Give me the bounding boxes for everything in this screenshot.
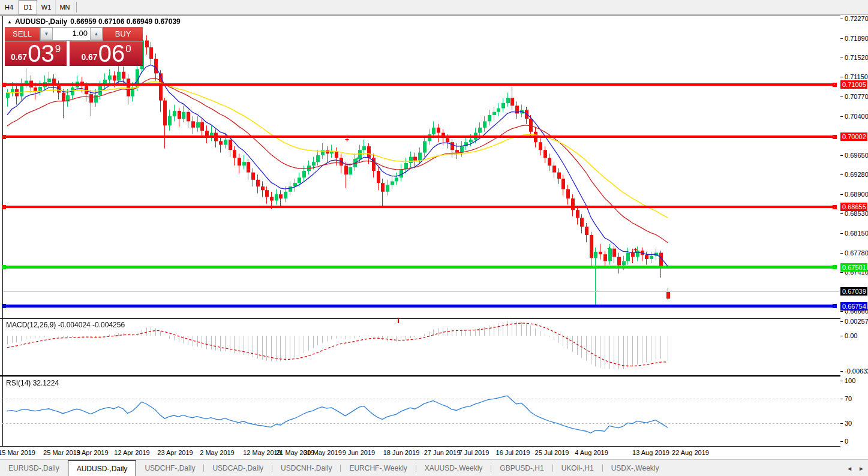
line-drag-handle[interactable]	[833, 304, 837, 308]
chart-tab-xauusd-weekly[interactable]: XAUUSD-,Weekly	[416, 460, 491, 476]
price-tag-0.68655: 0.68655	[840, 203, 867, 211]
price-axis-tick	[840, 174, 843, 175]
price-axis-tick	[840, 19, 843, 19]
chart-tab-audusd-daily[interactable]: AUDUSD-,Daily	[68, 460, 137, 476]
buy-button[interactable]: BUY	[103, 27, 143, 41]
price-axis-tick	[840, 116, 843, 117]
buy-price-display[interactable]: 0.67 06 0	[70, 41, 143, 66]
sell-price-display[interactable]: 0.67 03 9	[5, 41, 67, 66]
line-drag-handle[interactable]	[833, 265, 837, 269]
tabs-scroll-right-icon[interactable]: ►	[858, 465, 864, 472]
volume-decrease-button[interactable]: ▼	[40, 28, 53, 40]
volume-input[interactable]: 1.00	[53, 28, 90, 40]
sell-price-big-digits: 03	[28, 41, 55, 65]
price-axis-label: 0.69280	[845, 171, 868, 178]
chart-tab-usdx-weekly[interactable]: USDX-,Weekly	[603, 460, 668, 476]
sell-price-pip-digit: 9	[55, 43, 61, 55]
chart-tab-gbpusd-h1[interactable]: GBPUSD-,H1	[491, 460, 552, 476]
order-cross-marker: +	[632, 247, 639, 254]
chevron-down-icon: ▼	[44, 31, 49, 37]
date-axis-label: 22 Aug 2019	[663, 449, 717, 456]
horizontal-line-0.66754[interactable]	[3, 305, 835, 308]
indicator-axis-tick	[840, 336, 843, 336]
horizontal-line-0.70002[interactable]	[3, 135, 835, 138]
price-axis-tick	[840, 97, 843, 97]
indicator-axis-label: -0.006326	[845, 367, 868, 375]
rsi-pane-separator-inner	[0, 376, 868, 377]
price-axis-tick	[840, 272, 843, 273]
price-axis-label: 0.68150	[845, 230, 868, 237]
price-tag-0.66754: 0.66754	[840, 302, 867, 311]
sell-button[interactable]: SELL	[5, 27, 40, 41]
indicator-axis-tick	[840, 441, 843, 442]
chart-tab-eurusd-daily[interactable]: EURUSD-,Daily	[0, 460, 68, 476]
horizontal-line-0.71005[interactable]	[3, 83, 835, 86]
timeframe-button-mn[interactable]: MN	[56, 0, 74, 14]
chart-tab-usdcnh-daily[interactable]: USDCNH-,Daily	[272, 460, 340, 476]
timeframe-button-w1[interactable]: W1	[37, 0, 56, 14]
chart-tab-usdcad-daily[interactable]: USDCAD-,Daily	[204, 460, 272, 476]
price-axis-label: 0.71520	[845, 54, 868, 61]
indicator-axis-label: 100	[845, 377, 855, 384]
timeframe-toolbar: H4D1W1MN	[0, 0, 868, 15]
order-cross-marker: +	[171, 112, 178, 119]
timeframe-button-d1[interactable]: D1	[19, 0, 37, 14]
price-axis-tick	[840, 38, 843, 39]
toolbar-divider	[76, 2, 77, 13]
rsi-pane-separator[interactable]	[0, 375, 868, 376]
chevron-up-icon: ▲	[94, 31, 99, 37]
current-price-tag: 0.67039	[840, 287, 867, 296]
price-axis-label: 0.70400	[845, 113, 868, 120]
chart-tab-usdchf-daily[interactable]: USDCHF-,Daily	[136, 460, 203, 476]
line-drag-handle[interactable]	[2, 265, 6, 269]
price-axis-tick	[840, 155, 843, 156]
tabs-scroll-left-icon[interactable]: ◄	[846, 465, 852, 472]
macd-pane-separator[interactable]	[0, 318, 868, 319]
price-axis-tick	[840, 253, 843, 254]
timeframe-button-h4[interactable]: H4	[0, 0, 19, 14]
chart-title: ▲ AUDUSD-,Daily 0.66959 0.67106 0.66949 …	[7, 17, 181, 26]
buy-price-prefix: 0.67	[81, 52, 97, 62]
buy-price-pip-digit: 0	[125, 43, 131, 55]
order-cross-marker: +	[354, 156, 361, 162]
date-axis[interactable]: 15 Mar 201925 Mar 20193 Apr 201912 Apr 2…	[0, 447, 868, 459]
line-drag-handle[interactable]	[2, 304, 6, 308]
chart-symbol-label: AUDUSD-,Daily	[15, 17, 67, 26]
price-axis-tick	[840, 58, 843, 58]
rsi-indicator-canvas[interactable]	[2, 377, 840, 445]
current-price-line	[3, 291, 839, 292]
sell-price-prefix: 0.67	[11, 52, 27, 62]
indicator-axis-label: 70	[845, 395, 852, 402]
price-axis-label: 0.68900	[845, 191, 868, 198]
trading-terminal-window: H4D1W1MN +++++ 0.722700.718900.715200.71…	[0, 0, 868, 476]
buy-price-big-digits: 06	[98, 41, 125, 65]
price-axis-label: 0.71150	[845, 73, 868, 80]
line-drag-handle[interactable]	[833, 205, 837, 209]
horizontal-line-0.67501[interactable]	[3, 266, 835, 269]
line-drag-handle[interactable]	[2, 135, 6, 139]
chart-tab-eurchf-weekly[interactable]: EURCHF-,Weekly	[341, 460, 415, 476]
order-cross-marker: +	[344, 137, 350, 143]
macd-spike-tick	[398, 318, 399, 323]
indicator-axis-tick	[840, 423, 843, 424]
indicator-axis-tick	[840, 371, 843, 372]
line-drag-handle[interactable]	[833, 135, 837, 139]
line-drag-handle[interactable]	[833, 83, 837, 87]
indicator-axis-tick	[840, 321, 843, 322]
symbol-collapse-icon[interactable]: ▲	[7, 19, 12, 25]
chart-tab-ukoil-h1[interactable]: UKOil-,H1	[553, 460, 602, 476]
price-axis-tick	[840, 311, 843, 312]
price-axis-tick	[840, 77, 843, 77]
price-axis-tick	[840, 194, 843, 195]
price-axis-label: 0.70770	[845, 93, 868, 100]
price-axis-tick	[840, 213, 843, 214]
price-tag-0.71005: 0.71005	[840, 80, 867, 89]
horizontal-line-0.68655[interactable]	[3, 206, 835, 208]
volume-increase-button[interactable]: ▲	[90, 28, 103, 40]
indicator-axis-tick	[840, 381, 843, 381]
macd-indicator-canvas[interactable]	[2, 319, 840, 375]
line-drag-handle[interactable]	[2, 205, 6, 209]
line-drag-handle[interactable]	[2, 83, 6, 87]
one-click-trading-panel: SELL ▼ 1.00 ▲ BUY 0.67 03 9	[5, 27, 143, 66]
price-tag-0.70002: 0.70002	[840, 132, 867, 141]
